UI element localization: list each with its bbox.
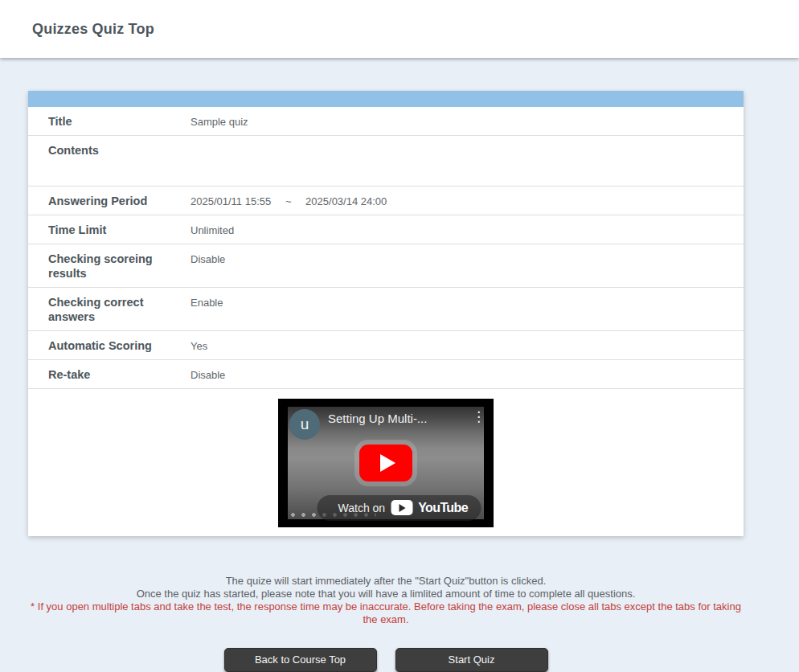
table-row-retake: Re-take Disable (28, 360, 744, 389)
play-button[interactable] (359, 445, 412, 481)
row-label: Checking correct answers (28, 295, 191, 324)
row-label: Checking scoreing results (28, 252, 191, 281)
row-value: Unlimited (191, 223, 744, 237)
table-row-contents: Contents (28, 136, 744, 186)
period-end: 2025/03/14 24:00 (305, 195, 387, 207)
table-row-automatic-scoring: Automatic Scoring Yes (28, 331, 744, 360)
youtube-logo-icon (391, 500, 412, 515)
quiz-notice: The quize will start immediately after t… (28, 575, 744, 626)
page-title: Quizzes Quiz Top (32, 21, 154, 38)
row-value (191, 143, 744, 179)
more-options-icon[interactable]: ⋮ (472, 410, 486, 424)
notice-warning: * If you open multiple tabs and take the… (28, 600, 744, 626)
action-buttons: Back to Course Top Start Quiz (28, 648, 744, 672)
table-row-video: u Setting Up Multi-... ⋮ Watch on YouTub… (28, 389, 744, 536)
row-value: 2025/01/11 15:55 ~ 2025/03/14 24:00 (191, 194, 744, 208)
row-value: Yes (191, 338, 744, 353)
start-quiz-button[interactable]: Start Quiz (395, 648, 548, 672)
youtube-embed[interactable]: u Setting Up Multi-... ⋮ Watch on YouTub… (278, 399, 494, 527)
card-accent-bar (28, 91, 744, 107)
table-row-checking-correct-answers: Checking correct answers Enable (28, 288, 744, 331)
main-content: Title Sample quiz Contents Answering Per… (0, 91, 799, 672)
page-header: Quizzes Quiz Top (0, 0, 799, 58)
period-start: 2025/01/11 15:55 (191, 195, 271, 207)
back-to-course-top-button[interactable]: Back to Course Top (224, 648, 377, 672)
channel-avatar[interactable]: u (289, 409, 320, 440)
row-value: Disable (191, 252, 744, 281)
watch-on-youtube-link[interactable]: Watch on YouTube (318, 495, 481, 521)
video-title[interactable]: Setting Up Multi-... (328, 412, 449, 425)
youtube-logo-text: YouTube (418, 501, 468, 515)
table-row-time-limit: Time Limit Unlimited (28, 215, 744, 244)
row-value: Disable (191, 367, 744, 382)
row-value: Enable (191, 295, 744, 324)
period-separator: ~ (285, 195, 292, 208)
row-value: Sample quiz (191, 114, 744, 129)
row-label: Automatic Scoring (28, 338, 191, 353)
table-row-title: Title Sample quiz (28, 107, 744, 136)
notice-line-1: The quize will start immediately after t… (28, 575, 744, 588)
table-row-answering-period: Answering Period 2025/01/11 15:55 ~ 2025… (28, 186, 744, 215)
row-label: Title (28, 114, 191, 129)
watch-on-label: Watch on (338, 502, 386, 514)
row-label: Contents (28, 143, 191, 179)
play-icon (380, 454, 395, 472)
quiz-info-card: Title Sample quiz Contents Answering Per… (28, 91, 744, 536)
row-label: Answering Period (28, 194, 191, 208)
table-row-checking-scoring-results: Checking scoreing results Disable (28, 244, 744, 288)
notice-line-2: Once the quiz has started, please note t… (28, 588, 744, 600)
row-label: Time Limit (28, 223, 191, 237)
row-label: Re-take (28, 367, 191, 382)
